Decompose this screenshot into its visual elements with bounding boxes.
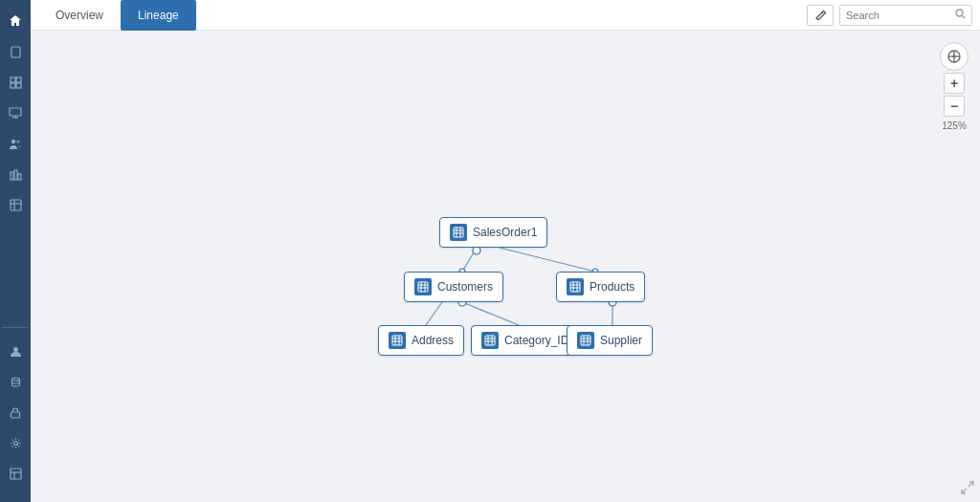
svg-point-9	[16, 140, 20, 143]
sidebar-settings-icon[interactable]	[2, 429, 29, 456]
sidebar-monitor-icon[interactable]	[2, 99, 29, 126]
svg-line-25	[462, 248, 477, 272]
svg-rect-5	[10, 108, 21, 116]
zoom-in-button[interactable]: +	[944, 73, 965, 94]
svg-rect-55	[485, 336, 495, 345]
svg-rect-45	[570, 282, 580, 292]
table-icon	[577, 332, 594, 349]
node-salesorder1[interactable]: SalesOrder1	[439, 217, 547, 248]
sidebar-tag-icon[interactable]	[2, 191, 29, 218]
node-products-label: Products	[590, 280, 635, 294]
node-category-id[interactable]: Category_ID	[471, 325, 579, 356]
sidebar-page-icon[interactable]	[2, 38, 29, 65]
svg-line-24	[963, 16, 966, 19]
node-customers-label: Customers	[437, 280, 493, 294]
svg-line-69	[969, 482, 973, 487]
node-salesorder1-label: SalesOrder1	[473, 226, 537, 239]
svg-point-23	[956, 10, 963, 16]
svg-line-26	[500, 248, 595, 272]
sidebar-grid-icon[interactable]	[2, 69, 29, 96]
compass-button[interactable]	[940, 42, 969, 71]
svg-rect-18	[11, 412, 20, 418]
lineage-canvas: SalesOrder1 Customers	[31, 31, 980, 502]
zoom-level: 125%	[942, 120, 967, 131]
sidebar-user-icon[interactable]	[2, 338, 29, 364]
svg-rect-40	[418, 282, 428, 292]
topbar-right	[807, 5, 972, 26]
node-customers[interactable]: Customers	[404, 272, 503, 302]
node-products[interactable]: Products	[556, 272, 645, 302]
svg-line-70	[962, 489, 967, 493]
svg-rect-50	[392, 336, 402, 345]
zoom-controls: + − 125%	[940, 42, 969, 131]
svg-line-28	[462, 302, 519, 325]
svg-rect-20	[11, 469, 21, 479]
sidebar	[0, 0, 31, 502]
sidebar-divider	[2, 327, 29, 328]
connections-svg	[31, 31, 980, 502]
svg-rect-3	[11, 83, 15, 88]
svg-rect-60	[581, 336, 590, 345]
table-icon	[567, 278, 584, 295]
node-category-id-label: Category_ID	[504, 334, 568, 347]
svg-point-30	[473, 247, 480, 254]
sidebar-database-icon[interactable]	[2, 368, 29, 395]
node-supplier-label: Supplier	[600, 334, 642, 347]
tab-overview[interactable]: Overview	[38, 0, 121, 31]
sidebar-info-icon[interactable]	[2, 460, 29, 487]
node-address[interactable]: Address	[378, 325, 464, 356]
svg-point-19	[13, 441, 17, 445]
svg-rect-11	[14, 170, 17, 180]
svg-rect-0	[11, 47, 20, 57]
search-input[interactable]	[846, 10, 951, 21]
edit-button[interactable]	[807, 5, 834, 26]
svg-point-17	[11, 378, 19, 381]
svg-rect-4	[16, 83, 21, 88]
svg-line-27	[426, 302, 442, 325]
node-supplier[interactable]: Supplier	[567, 325, 653, 356]
svg-rect-35	[454, 228, 463, 237]
collapse-icon[interactable]	[961, 481, 974, 496]
svg-rect-10	[11, 172, 13, 180]
sidebar-chart-icon[interactable]	[2, 161, 29, 187]
svg-point-68	[953, 55, 956, 58]
zoom-out-button[interactable]: −	[944, 96, 965, 117]
sidebar-home-icon[interactable]	[2, 8, 29, 34]
svg-point-8	[11, 139, 15, 142]
svg-point-16	[13, 347, 18, 352]
node-address-label: Address	[412, 334, 454, 347]
table-icon	[389, 332, 406, 349]
main-content: Overview Lineage	[31, 0, 980, 502]
sidebar-bottom	[2, 321, 29, 494]
topbar: Overview Lineage	[31, 0, 980, 31]
sidebar-people-icon[interactable]	[2, 130, 29, 157]
search-box	[839, 5, 972, 26]
tab-lineage[interactable]: Lineage	[121, 0, 196, 31]
table-icon	[450, 224, 467, 241]
table-icon	[414, 278, 432, 295]
svg-rect-13	[11, 200, 21, 210]
svg-rect-12	[18, 174, 21, 180]
table-icon	[481, 332, 499, 349]
sidebar-lock-icon[interactable]	[2, 399, 29, 426]
svg-rect-2	[16, 77, 21, 82]
svg-rect-1	[11, 77, 15, 82]
search-icon	[955, 9, 966, 21]
